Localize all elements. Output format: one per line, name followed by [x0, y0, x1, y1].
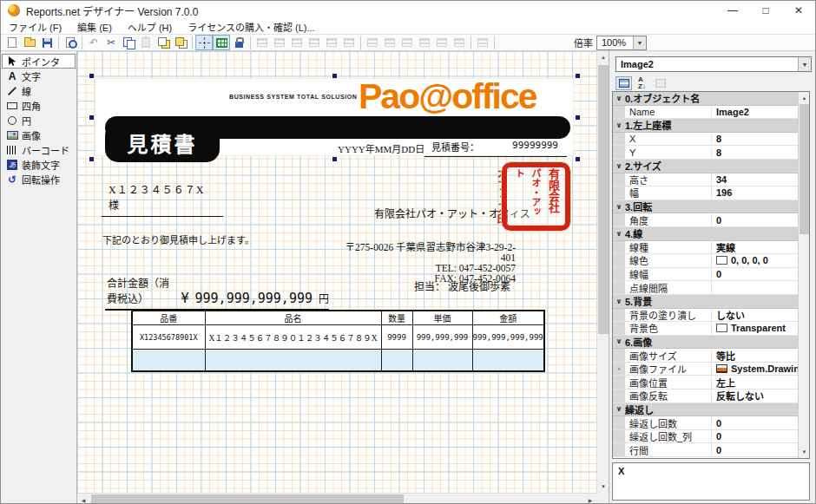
customer-name[interactable]: X１２３４５６７X 様: [102, 181, 223, 217]
align-middle-button[interactable]: [323, 35, 340, 50]
date-placeholder[interactable]: YYYY年MM月DD日: [338, 141, 424, 155]
align-right-button[interactable]: [288, 35, 306, 50]
tool-decorated-text[interactable]: あ 装飾文字: [2, 157, 76, 172]
align-middle-icon: [326, 38, 337, 47]
save-button[interactable]: [38, 35, 56, 50]
property-category[interactable]: ∨4.線: [613, 227, 798, 241]
snap-to-grid-button[interactable]: [195, 35, 213, 50]
collapse-icon[interactable]: ∨: [613, 121, 625, 129]
collapse-icon[interactable]: ∨: [613, 298, 625, 305]
document-title[interactable]: 見積書: [105, 122, 220, 162]
property-category[interactable]: ∨2.サイズ: [613, 160, 798, 173]
selection-handle[interactable]: [89, 115, 94, 120]
scroll-up-icon[interactable]: ▲: [597, 51, 609, 63]
space-horizontal-button[interactable]: [416, 35, 433, 50]
same-size-button[interactable]: [398, 35, 416, 50]
contact-block[interactable]: 〒275-0026 千葉県習志野市谷津3-29-2-401 TEL: 047-4…: [332, 242, 516, 284]
tool-rotate[interactable]: ↺ 回転操作: [2, 172, 76, 187]
undo-button[interactable]: ↶: [85, 35, 102, 50]
maximize-button[interactable]: □: [749, 1, 782, 20]
center-horizontal-button[interactable]: [433, 35, 451, 50]
copy-button[interactable]: [120, 35, 137, 50]
cut-button[interactable]: ✂: [102, 35, 120, 50]
object-selector[interactable]: Image2 ▼: [615, 56, 812, 72]
tool-ellipse[interactable]: 円: [2, 113, 76, 128]
staff-line[interactable]: 担当： 波尾後御歩素: [414, 278, 510, 294]
company-seal-stamp[interactable]: 有限会社 パオ・アット オフィス印: [502, 162, 570, 231]
chevron-down-icon[interactable]: ▼: [633, 36, 646, 49]
misc-button[interactable]: [474, 35, 491, 50]
close-button[interactable]: ✕: [782, 1, 815, 20]
quote-number-line[interactable]: 見積番号： 99999999: [424, 140, 567, 157]
design-canvas[interactable]: BUSINESS SYSTEM TOTAL SOLUSION Pao@offic…: [77, 51, 596, 493]
selection-handle[interactable]: [332, 74, 337, 78]
menu-help[interactable]: ヘルプ (H): [120, 20, 180, 34]
alphabetical-sort-button[interactable]: AZ↓: [634, 76, 650, 90]
lock-object-button[interactable]: [230, 35, 247, 50]
tool-barcode[interactable]: バーコード: [2, 142, 76, 157]
same-height-button[interactable]: [381, 35, 398, 50]
bring-to-front-button[interactable]: [155, 35, 172, 50]
collapse-icon[interactable]: ∨: [613, 95, 625, 102]
scroll-left-icon[interactable]: ◀: [77, 494, 89, 504]
show-grid-button[interactable]: [213, 35, 230, 50]
tool-text[interactable]: A 文字: [2, 69, 76, 83]
property-category[interactable]: ∨1.左上座標: [613, 119, 798, 133]
scroll-thumb[interactable]: [800, 104, 809, 234]
property-category[interactable]: ∨5.背景: [613, 295, 798, 309]
tool-line[interactable]: 線: [2, 83, 76, 98]
align-bottom-button[interactable]: [340, 35, 358, 50]
horizontal-scroll-thumb[interactable]: [91, 494, 404, 504]
selection-handle[interactable]: [576, 157, 580, 161]
open-file-button[interactable]: [21, 35, 38, 50]
menu-file[interactable]: ファイル (F): [1, 20, 69, 34]
total-amount-line[interactable]: 合計金額（消費税込） ¥ 999,999,999,999 円: [105, 275, 329, 311]
send-to-back-button[interactable]: [172, 35, 189, 50]
collapse-icon[interactable]: ∨: [613, 162, 625, 170]
scroll-down-icon[interactable]: ▼: [597, 481, 609, 493]
align-center-button[interactable]: [271, 35, 288, 50]
scroll-up-icon[interactable]: ▲: [799, 92, 810, 104]
company-logo[interactable]: Pao@office: [359, 79, 536, 115]
menu-license[interactable]: ライセンスの購入・確認 (L)...: [180, 20, 322, 34]
selection-handle[interactable]: [332, 157, 337, 161]
same-width-button[interactable]: [364, 35, 381, 50]
print-preview-button[interactable]: [62, 35, 79, 50]
vertical-scrollbar[interactable]: ▲ ▼: [596, 51, 609, 493]
collapse-icon[interactable]: ∨: [613, 203, 625, 211]
items-table[interactable]: 品番 品名 数量 単価 金額 X12345678901X X１２３４５６７８９０…: [131, 310, 545, 372]
align-left-button[interactable]: [253, 35, 271, 50]
center-vertical-button[interactable]: [451, 35, 468, 50]
property-category[interactable]: ∨3.回転: [613, 200, 798, 214]
chevron-down-icon[interactable]: ▼: [798, 57, 811, 71]
collapse-icon[interactable]: ∨: [613, 230, 625, 238]
horizontal-scrollbar[interactable]: ◀ ▶: [77, 493, 596, 504]
property-pages-button[interactable]: [652, 76, 668, 90]
minimize-button[interactable]: —: [716, 1, 749, 20]
paste-button[interactable]: [137, 35, 155, 50]
property-category[interactable]: ∨0.オブジェクト名: [613, 92, 798, 106]
selection-handle[interactable]: [576, 115, 580, 120]
expander-icon[interactable]: ›: [613, 363, 625, 376]
selection-handle[interactable]: [89, 157, 94, 161]
property-grid-scrollbar[interactable]: ▲ ▼: [798, 92, 809, 458]
logo-tagline[interactable]: BUSINESS SYSTEM TOTAL SOLUSION: [229, 94, 358, 100]
vertical-scroll-thumb[interactable]: [598, 65, 609, 334]
tool-image[interactable]: 画像: [2, 128, 76, 142]
categorized-view-button[interactable]: [615, 76, 632, 90]
tool-pointer[interactable]: ポインタ: [2, 54, 76, 69]
property-category[interactable]: ∨6.画像: [613, 336, 798, 350]
selection-handle[interactable]: [89, 74, 94, 78]
property-category[interactable]: ∨繰返し: [613, 403, 798, 417]
scroll-right-icon[interactable]: ▶: [584, 494, 596, 504]
new-document-button[interactable]: [3, 35, 21, 50]
selection-handle[interactable]: [576, 74, 580, 78]
tool-rectangle[interactable]: 四角: [2, 98, 76, 113]
menu-edit[interactable]: 編集 (E): [69, 20, 120, 34]
collapse-icon[interactable]: ∨: [613, 405, 625, 413]
greeting-text[interactable]: 下記のとおり御見積申し上げます。: [102, 232, 254, 246]
collapse-icon[interactable]: ∨: [613, 337, 625, 345]
align-top-button[interactable]: [306, 35, 323, 50]
scroll-down-icon[interactable]: ▼: [799, 446, 810, 458]
zoom-select[interactable]: 100% ▼: [596, 36, 647, 50]
